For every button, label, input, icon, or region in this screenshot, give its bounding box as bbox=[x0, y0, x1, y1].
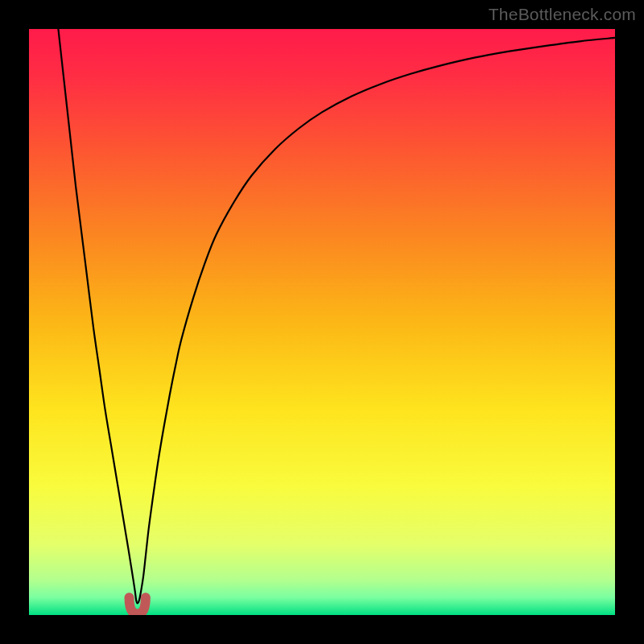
chart-frame: TheBottleneck.com bbox=[0, 0, 644, 644]
chart-plot bbox=[29, 29, 615, 615]
watermark-text: TheBottleneck.com bbox=[489, 5, 636, 24]
chart-background bbox=[29, 29, 615, 615]
